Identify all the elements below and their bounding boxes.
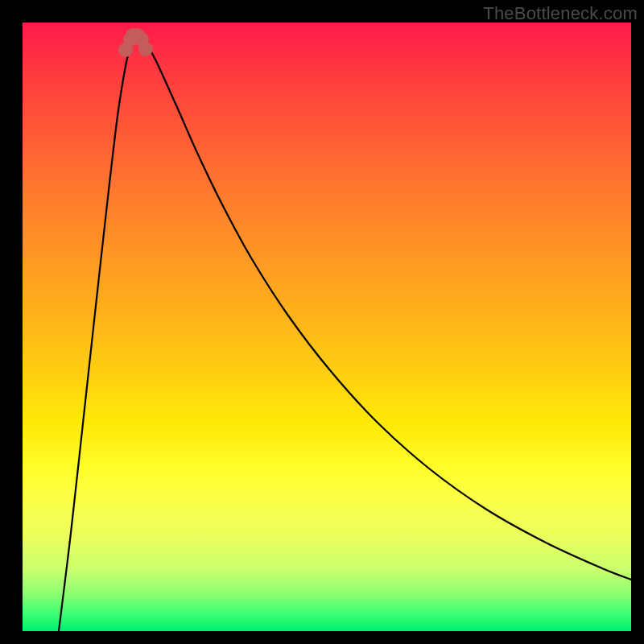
trough-marker-dot xyxy=(138,42,153,56)
bottleneck-curve xyxy=(59,39,631,631)
plot-area xyxy=(23,23,631,631)
curve-svg xyxy=(23,23,631,631)
trough-markers xyxy=(118,28,153,57)
watermark-text: TheBottleneck.com xyxy=(483,3,638,24)
chart-frame: TheBottleneck.com xyxy=(0,0,644,644)
